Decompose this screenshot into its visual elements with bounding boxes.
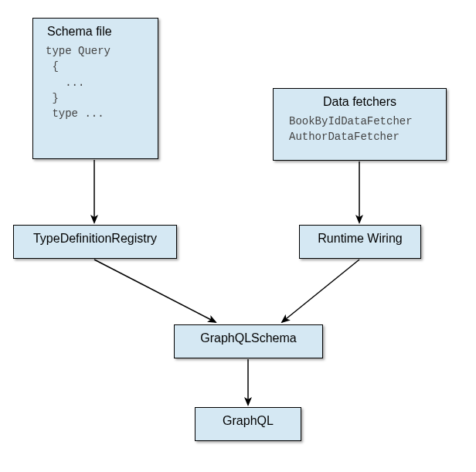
graphql-box: GraphQL [195, 407, 301, 441]
schema-file-title: Schema file [33, 19, 158, 43]
data-fetchers-code: BookByIdDataFetcher AuthorDataFetcher [274, 114, 446, 153]
type-definition-registry-title: TypeDefinitionRegistry [14, 226, 176, 250]
edge-wiring-to-schema [282, 260, 359, 322]
runtime-wiring-box: Runtime Wiring [299, 225, 421, 259]
graphql-schema-title: GraphQLSchema [175, 325, 322, 350]
graphql-schema-box: GraphQLSchema [174, 324, 323, 358]
schema-file-code: type Query { ... } type ... [33, 43, 158, 129]
type-definition-registry-box: TypeDefinitionRegistry [13, 225, 177, 259]
schema-file-box: Schema file type Query { ... } type ... [32, 18, 158, 159]
runtime-wiring-title: Runtime Wiring [300, 226, 420, 250]
data-fetchers-box: Data fetchers BookByIdDataFetcher Author… [273, 88, 447, 161]
edge-registry-to-schema [94, 260, 216, 322]
graphql-title: GraphQL [196, 408, 301, 433]
data-fetchers-title: Data fetchers [274, 89, 446, 114]
